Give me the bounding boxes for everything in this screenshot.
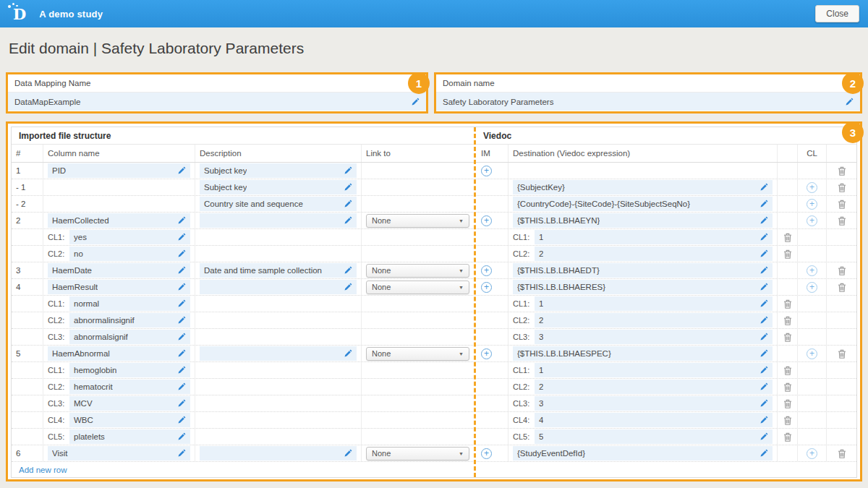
edit-pencil-icon[interactable] bbox=[755, 333, 768, 341]
edit-pencil-icon[interactable] bbox=[173, 216, 186, 225]
editable-description-value bbox=[200, 213, 357, 228]
insert-mapping-button[interactable]: + bbox=[481, 265, 492, 276]
cell-link-to bbox=[362, 179, 474, 195]
edit-pencil-icon[interactable] bbox=[755, 266, 768, 275]
add-codelist-button[interactable]: + bbox=[807, 182, 817, 193]
add-new-row-link[interactable]: Add new row bbox=[12, 462, 856, 477]
delete-row-button[interactable] bbox=[838, 266, 846, 275]
edit-pencil-icon[interactable] bbox=[755, 249, 768, 258]
cell-row-actions bbox=[827, 279, 856, 295]
cell-destination: CL3:3 bbox=[509, 329, 778, 345]
edit-pencil-icon[interactable] bbox=[755, 416, 768, 424]
edit-pencil-icon[interactable] bbox=[845, 98, 854, 106]
insert-mapping-button[interactable]: + bbox=[481, 282, 492, 293]
edit-pencil-icon[interactable] bbox=[339, 183, 352, 192]
link-to-dropdown[interactable]: None▼ bbox=[366, 447, 469, 461]
edit-pencil-icon[interactable] bbox=[755, 432, 768, 441]
add-codelist-button[interactable]: + bbox=[807, 282, 817, 293]
cell-value-text: 2 bbox=[539, 382, 543, 391]
edit-pencil-icon[interactable] bbox=[173, 399, 186, 408]
cell-row-actions bbox=[827, 445, 856, 461]
delete-row-button[interactable] bbox=[838, 216, 846, 226]
edit-pencil-icon[interactable] bbox=[173, 382, 186, 391]
edit-pencil-icon[interactable] bbox=[173, 233, 186, 241]
add-codelist-button[interactable]: + bbox=[807, 348, 817, 359]
editable-description-value: Subject key bbox=[200, 163, 357, 178]
edit-pencil-icon[interactable] bbox=[173, 333, 186, 341]
add-codelist-button[interactable]: + bbox=[807, 265, 817, 276]
cell-row-number: 3 bbox=[12, 262, 43, 278]
edit-pencil-icon[interactable] bbox=[339, 349, 352, 358]
cell-row-number: - 2 bbox=[12, 196, 43, 212]
edit-pencil-icon[interactable] bbox=[755, 183, 768, 192]
edit-pencil-icon[interactable] bbox=[339, 283, 352, 291]
edit-pencil-icon[interactable] bbox=[755, 283, 768, 291]
edit-pencil-icon[interactable] bbox=[411, 98, 420, 106]
edit-pencil-icon[interactable] bbox=[755, 349, 768, 358]
delete-codelist-item-button[interactable] bbox=[783, 382, 792, 392]
cell-link-to bbox=[362, 362, 474, 378]
add-codelist-button[interactable]: + bbox=[807, 448, 817, 459]
codelist-label: CL2: bbox=[48, 316, 69, 325]
delete-codelist-item-button[interactable] bbox=[783, 299, 792, 309]
edit-pencil-icon[interactable] bbox=[173, 349, 186, 358]
edit-pencil-icon[interactable] bbox=[339, 200, 352, 208]
link-to-selected-value: None bbox=[372, 216, 391, 225]
edit-pencil-icon[interactable] bbox=[755, 366, 768, 374]
delete-row-button[interactable] bbox=[838, 200, 846, 209]
edit-pencil-icon[interactable] bbox=[173, 366, 186, 374]
edit-pencil-icon[interactable] bbox=[755, 399, 768, 408]
cell-description bbox=[195, 296, 362, 312]
close-button[interactable]: Close bbox=[815, 5, 859, 22]
edit-pencil-icon[interactable] bbox=[755, 316, 768, 325]
edit-pencil-icon[interactable] bbox=[173, 266, 186, 275]
edit-pencil-icon[interactable] bbox=[755, 200, 768, 208]
insert-mapping-button[interactable]: + bbox=[481, 348, 492, 359]
cell-row-number: 4 bbox=[12, 279, 43, 295]
link-to-dropdown[interactable]: None▼ bbox=[366, 281, 469, 294]
edit-pencil-icon[interactable] bbox=[755, 382, 768, 391]
imported-file-structure-title: Imported file structure bbox=[12, 127, 474, 144]
delete-codelist-item-button[interactable] bbox=[783, 416, 792, 425]
add-codelist-button[interactable]: + bbox=[807, 215, 817, 226]
edit-pencil-icon[interactable] bbox=[173, 299, 186, 308]
table-row: - 2Country site and sequence{CountryCode… bbox=[12, 196, 856, 213]
insert-mapping-button[interactable]: + bbox=[481, 215, 492, 226]
delete-row-button[interactable] bbox=[838, 449, 846, 458]
cell-row-actions bbox=[827, 329, 856, 345]
edit-pencil-icon[interactable] bbox=[755, 216, 768, 225]
edit-pencil-icon[interactable] bbox=[173, 432, 186, 441]
insert-mapping-button[interactable]: + bbox=[481, 448, 492, 459]
edit-pencil-icon[interactable] bbox=[339, 266, 352, 275]
delete-row-button[interactable] bbox=[838, 349, 846, 359]
delete-row-button[interactable] bbox=[838, 283, 846, 292]
delete-codelist-item-button[interactable] bbox=[783, 233, 792, 242]
edit-pencil-icon[interactable] bbox=[339, 449, 352, 458]
edit-pencil-icon[interactable] bbox=[173, 449, 186, 458]
delete-codelist-item-button[interactable] bbox=[783, 333, 792, 342]
edit-pencil-icon[interactable] bbox=[173, 283, 186, 291]
cell-item-actions bbox=[778, 445, 798, 461]
insert-mapping-button[interactable]: + bbox=[481, 166, 492, 176]
delete-row-button[interactable] bbox=[838, 183, 846, 192]
edit-pencil-icon[interactable] bbox=[755, 233, 768, 241]
edit-pencil-icon[interactable] bbox=[173, 166, 186, 175]
add-codelist-button[interactable]: + bbox=[807, 199, 817, 210]
link-to-dropdown[interactable]: None▼ bbox=[366, 214, 469, 228]
edit-pencil-icon[interactable] bbox=[173, 416, 186, 424]
study-name: A demo study bbox=[39, 9, 103, 20]
edit-pencil-icon[interactable] bbox=[173, 316, 186, 325]
link-to-dropdown[interactable]: None▼ bbox=[366, 347, 469, 361]
link-to-dropdown[interactable]: None▼ bbox=[366, 264, 469, 278]
edit-pencil-icon[interactable] bbox=[339, 216, 352, 225]
edit-pencil-icon[interactable] bbox=[173, 249, 186, 258]
delete-codelist-item-button[interactable] bbox=[783, 366, 792, 375]
edit-pencil-icon[interactable] bbox=[755, 449, 768, 458]
edit-pencil-icon[interactable] bbox=[339, 166, 352, 175]
delete-row-button[interactable] bbox=[838, 166, 846, 176]
delete-codelist-item-button[interactable] bbox=[783, 399, 792, 408]
delete-codelist-item-button[interactable] bbox=[783, 432, 792, 442]
delete-codelist-item-button[interactable] bbox=[783, 249, 792, 259]
edit-pencil-icon[interactable] bbox=[755, 299, 768, 308]
delete-codelist-item-button[interactable] bbox=[783, 316, 792, 325]
